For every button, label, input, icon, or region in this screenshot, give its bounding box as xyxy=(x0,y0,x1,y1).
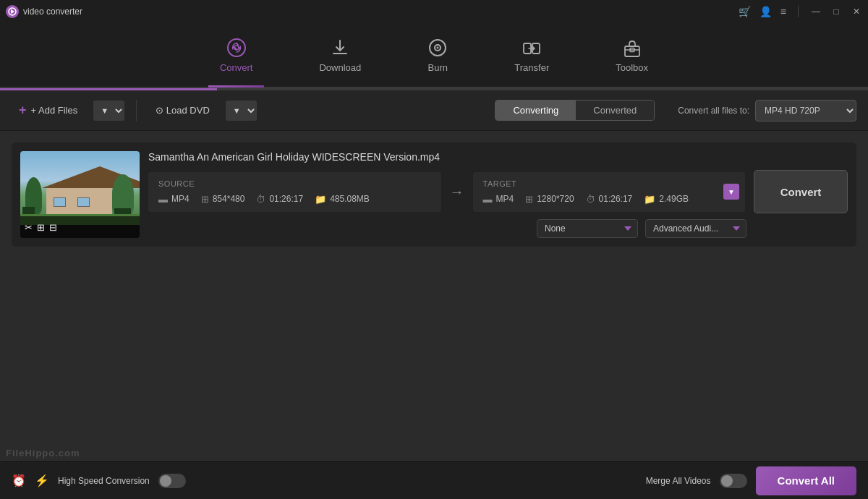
folder-icon: 📁 xyxy=(315,194,326,205)
clock-icon: ⏱ xyxy=(256,194,265,205)
nav-convert[interactable]: Convert xyxy=(208,32,265,79)
load-dvd-label: ⊙ Load DVD xyxy=(156,105,210,116)
bottom-right: Merge All Videos Convert All xyxy=(646,466,856,495)
convert-all-button[interactable]: Convert All xyxy=(756,466,856,495)
svg-point-8 xyxy=(437,46,439,48)
menu-icon[interactable]: ≡ xyxy=(780,6,786,17)
main-content: ✂ ⊞ ⊟ Samantha An American Girl Holiday … xyxy=(0,131,868,258)
effect-select[interactable]: None xyxy=(537,219,638,238)
convert-all-section: Convert all files to: MP4 HD 720P MP4 HD… xyxy=(678,100,856,121)
audio-select[interactable]: Advanced Audi... xyxy=(645,219,746,238)
plus-icon: + xyxy=(19,103,27,118)
add-files-dropdown[interactable]: ▼ xyxy=(93,101,124,121)
target-info: ▬ MP4 ⊞ 1280*720 ⏱ 01:26:17 xyxy=(483,194,720,205)
sub-options-row: None Advanced Audi... xyxy=(148,213,848,238)
nav-transfer[interactable]: Transfer xyxy=(503,32,561,79)
merge-toggle[interactable] xyxy=(720,474,747,488)
toolbar: + + Add Files ▼ ⊙ Load DVD ▼ Converting … xyxy=(0,90,868,131)
nav-convert-label: Convert xyxy=(220,62,253,73)
tab-switcher: Converting Converted xyxy=(495,100,655,121)
tab-converting[interactable]: Converting xyxy=(495,101,576,120)
titlebar-controls: 🛒 👤 ≡ — □ ✕ xyxy=(739,6,862,17)
source-info: ▬ MP4 ⊞ 854*480 ⏱ 01:26:17 📁 xyxy=(158,194,431,205)
file-name: Samantha An American Girl Holiday WIDESC… xyxy=(148,151,848,163)
source-resolution: ⊞ 854*480 xyxy=(201,194,245,205)
thumbnail-scene xyxy=(20,151,140,225)
source-size: 📁 485.08MB xyxy=(315,194,370,205)
resolution-icon-t: ⊞ xyxy=(525,194,533,205)
nav-download[interactable]: Download xyxy=(307,32,373,79)
app-title: video converter xyxy=(23,7,82,17)
conversion-row: Source ▬ MP4 ⊞ 854*480 ⏱ 01:26:17 xyxy=(148,170,848,213)
user-icon[interactable]: 👤 xyxy=(760,6,772,17)
merge-label: Merge All Videos xyxy=(646,476,711,486)
nav-toolbox-label: Toolbox xyxy=(616,62,648,73)
speed-label: High Speed Conversion xyxy=(58,476,150,486)
target-resolution: ⊞ 1280*720 xyxy=(525,194,574,205)
target-format: ▬ MP4 xyxy=(483,194,514,205)
nav-burn-label: Burn xyxy=(428,62,448,73)
file-content: Samantha An American Girl Holiday WIDESC… xyxy=(148,151,848,238)
file-thumbnail: ✂ ⊞ ⊟ xyxy=(20,151,140,238)
convert-button[interactable]: Convert xyxy=(754,170,848,213)
watermark: FileHippo.com xyxy=(6,448,80,459)
speed-icon: ⚡ xyxy=(35,474,49,487)
film-icon-t: ▬ xyxy=(483,194,493,205)
toolbar-divider-1 xyxy=(136,100,137,121)
target-label: Target xyxy=(483,179,720,188)
titlebar-left: video converter xyxy=(6,5,82,18)
folder-icon-t: 📁 xyxy=(644,194,655,205)
resolution-icon: ⊞ xyxy=(201,194,209,205)
source-box: Source ▬ MP4 ⊞ 854*480 ⏱ 01:26:17 xyxy=(148,172,441,212)
speed-toggle-knob xyxy=(160,475,171,487)
titlebar: video converter 🛒 👤 ≡ — □ ✕ xyxy=(0,0,868,23)
target-box: Target ▬ MP4 ⊞ 1280*720 ⏱ xyxy=(473,172,746,212)
nav-burn[interactable]: Burn xyxy=(416,32,459,79)
arrow-icon: → xyxy=(450,184,464,200)
load-dvd-button[interactable]: ⊙ Load DVD xyxy=(148,101,217,120)
tab-converted[interactable]: Converted xyxy=(576,101,654,120)
svg-marker-1 xyxy=(11,9,14,14)
settings-icon[interactable]: ⊟ xyxy=(49,222,57,233)
target-size: 📁 2.49GB xyxy=(644,194,689,205)
source-format: ▬ MP4 xyxy=(158,194,190,205)
crop-icon[interactable]: ⊞ xyxy=(37,222,45,233)
clock-icon-t: ⏱ xyxy=(586,194,595,205)
source-label: Source xyxy=(158,179,431,188)
nav-download-label: Download xyxy=(319,62,361,73)
scissors-icon[interactable]: ✂ xyxy=(25,222,33,233)
close-button[interactable]: ✕ xyxy=(851,6,862,17)
film-icon: ▬ xyxy=(158,194,168,205)
format-select[interactable]: MP4 HD 720P MP4 HD 1080P MP4 4K AVI MKV … xyxy=(755,100,856,121)
nav-toolbox[interactable]: Toolbox xyxy=(604,32,660,79)
minimize-button[interactable]: — xyxy=(810,6,822,17)
bottom-left: ⏰ ⚡ High Speed Conversion xyxy=(12,474,186,488)
add-files-label: + Add Files xyxy=(31,105,78,116)
nav-transfer-label: Transfer xyxy=(514,62,549,73)
app-logo xyxy=(6,5,19,18)
source-duration: ⏱ 01:26:17 xyxy=(256,194,303,205)
speed-toggle[interactable] xyxy=(158,474,186,488)
cart-icon[interactable]: 🛒 xyxy=(739,6,751,17)
convert-all-label: Convert all files to: xyxy=(678,106,749,116)
bottombar: ⏰ ⚡ High Speed Conversion Merge All Vide… xyxy=(0,461,868,499)
target-dropdown-button[interactable]: ▼ xyxy=(723,184,739,200)
thumbnail-controls: ✂ ⊞ ⊟ xyxy=(20,216,140,238)
add-files-button[interactable]: + + Add Files xyxy=(12,98,85,122)
merge-toggle-knob xyxy=(721,475,733,487)
target-duration: ⏱ 01:26:17 xyxy=(586,194,633,205)
load-dvd-dropdown[interactable]: ▼ xyxy=(226,101,257,121)
clock-bottom-icon: ⏰ xyxy=(12,474,26,487)
maximize-button[interactable]: □ xyxy=(830,6,842,17)
top-navigation: Convert Download Burn Transfer xyxy=(0,23,868,88)
target-box-wrapper: Target ▬ MP4 ⊞ 1280*720 ⏱ xyxy=(473,172,746,212)
file-item: ✂ ⊞ ⊟ Samantha An American Girl Holiday … xyxy=(12,142,856,247)
